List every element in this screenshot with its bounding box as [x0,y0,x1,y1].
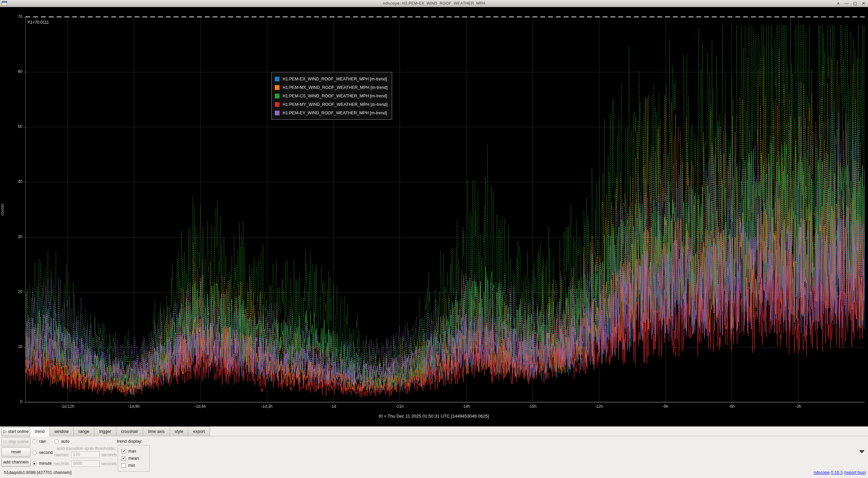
minimize-window-icon[interactable]: — [845,0,849,7]
maximize-window-icon[interactable]: ▢ [853,0,857,7]
threshold-suffix: seconds [101,461,117,466]
tab-style[interactable]: style [170,426,189,436]
threshold-suffix: seconds [101,453,117,457]
checkbox-label: min [128,463,135,468]
tab-window[interactable]: window [50,426,74,436]
link-separator: ( [843,470,845,475]
y-tick-label: 40 [0,179,22,184]
window-buttons: ∧—▢✕ [837,0,865,7]
ndscope-link[interactable]: ndscope [814,470,830,475]
tab-bar: trendwindowrangetriggercrosshairtime axi… [30,426,210,436]
legend-item: H1:PEM-CS_WIND_ROOF_WEATHER_MPH [m-trend… [275,92,388,100]
radio-icon[interactable] [32,451,37,455]
checkbox-label: max [128,449,136,454]
legend[interactable]: H1:PEM-EX_WIND_ROOF_WEATHER_MPH [m-trend… [271,72,392,120]
cursor-y1-label: Y1=70.0111 [27,20,49,25]
legend-item: H1:PEM-MY_WIND_ROOF_WEATHER_MPH [m-trend… [275,100,388,109]
checkbox-icon[interactable]: ✓ [121,456,126,461]
x-tick-label: -12h [584,404,614,409]
version-links: ndscope 0.19.3 (report bug) [814,470,866,475]
minute-radio[interactable]: minute [32,461,52,466]
radio-label: auto [61,439,69,444]
threshold-input: 3600 [71,460,100,467]
threshold-label: sec/min: [50,461,70,466]
x-tick-label: -15h [517,404,548,409]
y-axis-label: counts [0,198,5,222]
raw-radio[interactable]: raw [32,439,46,444]
tab-export[interactable]: export [188,426,210,436]
trend-pane: rawsecondminuteautoauto transition span … [0,437,868,471]
checkbox-icon[interactable]: ✓ [121,449,126,454]
plot-canvas[interactable] [0,7,868,426]
legend-label: H1:PEM-EX_WIND_ROOF_WEATHER_MPH [m-trend… [283,77,387,81]
x-tick-label: -21h [384,404,415,409]
trend-display-group: ✓max✓meanmin [118,445,150,472]
0.19.3-link[interactable]: 0.19.3 [831,470,843,475]
x-tick-label: -1d,12h [52,404,83,409]
window-title: ndscope: H1:PEM-EX_WIND_ROOF_WEATHER_MPH [0,1,868,6]
x-tick-label: -6h [716,404,747,409]
report-bug-link[interactable]: report bug [845,470,865,475]
x-tick-label: -9h [650,404,681,409]
legend-label: H1:PEM-MY_WIND_ROOF_WEATHER_MPH [m-trend… [283,102,388,107]
trend-display-title: trend display: [117,439,142,444]
link-separator: ) [865,470,866,475]
radio-icon[interactable] [32,461,37,466]
tab-time-axis[interactable]: time axis [143,426,170,436]
legend-swatch [275,94,279,98]
t0-label: t0 = Thu Dec 11 2025 01:50:31 UTC [14494… [0,414,868,419]
nds-server-status: h1daqnds1:8088 [427701 channels] [4,470,72,475]
tab-trigger[interactable]: trigger [94,426,116,436]
checkbox-label: mean [128,456,139,461]
x-tick-label: -18h [451,404,481,409]
threshold-label: raw/sec: [50,453,70,457]
radio-label: raw [39,439,46,444]
legend-swatch [275,102,279,107]
y-tick-label: 20 [0,289,22,294]
tab-crosshair[interactable]: crosshair [116,426,143,436]
threshold-input: 120 [71,452,100,458]
legend-swatch [275,85,279,90]
legend-label: H1:PEM-MX_WIND_ROOF_WEATHER_MPH [m-trend… [283,85,388,90]
auto-thresholds-title: auto transition span thresholds: [57,446,116,451]
x-tick-label: -1d,6h [185,404,216,409]
y-tick-label: 50 [0,124,22,129]
radio-label: minute [39,461,52,466]
second-radio[interactable]: second [32,450,53,455]
start-online-button[interactable]: ▷ start online [1,427,31,436]
radio-icon[interactable] [32,439,37,444]
min-checkbox[interactable]: min [121,462,149,469]
mean-checkbox[interactable]: ✓mean [121,455,149,462]
x-tick-label: -1d,9h [119,404,149,409]
y-tick-label: 60 [0,69,22,74]
threshold-row: raw/sec:120seconds [50,452,117,458]
checkbox-icon[interactable] [121,463,126,468]
y-tick-label: 70 [0,14,22,19]
x-tick-label: -3h [783,404,813,409]
legend-swatch [275,77,279,81]
legend-item: H1:PEM-MX_WIND_ROOF_WEATHER_MPH [m-trend… [275,83,388,92]
tab-range[interactable]: range [74,426,94,436]
legend-label: H1:PEM-EY_WIND_ROOF_WEATHER_MPH [m-trend… [283,111,387,115]
shade-window-icon[interactable]: ∧ [837,0,840,7]
y-tick-label: 30 [0,234,22,239]
title-bar: ndscope: H1:PEM-EX_WIND_ROOF_WEATHER_MPH… [0,0,868,7]
max-checkbox[interactable]: ✓max [121,448,149,455]
legend-item: H1:PEM-EY_WIND_ROOF_WEATHER_MPH [m-trend… [275,109,388,117]
close-window-icon[interactable]: ✕ [862,0,865,7]
y-tick-label: 0 [0,399,22,404]
x-tick-label: -1d [318,404,348,409]
tab-trend[interactable]: trend [30,426,50,437]
threshold-row: sec/min:3600seconds [50,460,117,467]
legend-swatch [275,111,279,115]
x-tick-label: -1d,3h [252,404,282,409]
y-tick-label: 10 [0,344,22,349]
panel-collapse-icon[interactable] [859,450,865,453]
plot-region[interactable]: 010203040506070 -1d,12h-1d,9h-1d,6h-1d,3… [0,7,868,426]
legend-item: H1:PEM-EX_WIND_ROOF_WEATHER_MPH [m-trend… [275,75,388,83]
legend-label: H1:PEM-CS_WIND_ROOF_WEATHER_MPH [m-trend… [283,94,387,98]
radio-icon[interactable] [54,439,59,444]
control-panel: ▷ start online◻ stop onlineresetadd chan… [0,426,868,478]
auto-radio[interactable]: auto [54,439,69,444]
